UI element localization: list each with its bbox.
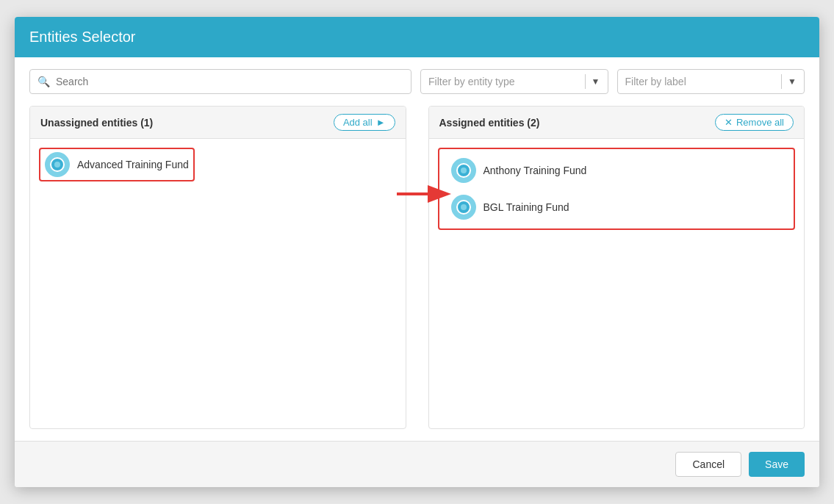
- entity-icon-inner: [456, 200, 471, 215]
- filter-entity-type-label: Filter by entity type: [428, 76, 515, 87]
- assigned-panel: Assigned entities (2) ✕ Remove all Ant: [428, 106, 805, 429]
- entity-icon: [451, 158, 476, 183]
- filter-label-dropdown[interactable]: Filter by label ▼: [617, 69, 805, 94]
- unassigned-entity-highlight: Advanced Training Fund: [39, 148, 195, 181]
- entity-name: BGL Training Fund: [483, 201, 569, 213]
- entity-icon-inner: [456, 163, 471, 178]
- filter-label-label: Filter by label: [625, 76, 686, 87]
- list-item[interactable]: BGL Training Fund: [444, 189, 790, 226]
- filter-divider2: [781, 74, 782, 89]
- search-icon: 🔍: [37, 76, 50, 87]
- search-box[interactable]: 🔍: [29, 69, 411, 94]
- assigned-entities-highlight: Anthony Training Fund BGL Training Fund: [438, 148, 796, 230]
- unassigned-panel-title: Unassigned entities (1): [40, 117, 153, 129]
- unassigned-panel: Unassigned entities (1) Add all ► Advanc…: [29, 106, 406, 429]
- search-input[interactable]: [56, 76, 403, 87]
- remove-icon: ✕: [725, 117, 733, 128]
- remove-all-button[interactable]: ✕ Remove all: [715, 114, 794, 131]
- assigned-panel-header: Assigned entities (2) ✕ Remove all: [429, 107, 805, 139]
- entities-selector-dialog: Entities Selector 🔍 Filter by entity typ…: [15, 17, 819, 487]
- filter-row: 🔍 Filter by entity type ▼ Filter by labe…: [29, 69, 805, 94]
- remove-all-label: Remove all: [736, 117, 784, 128]
- add-all-button[interactable]: Add all ►: [334, 114, 395, 131]
- chevron-down-icon2: ▼: [788, 76, 797, 87]
- dialog-header: Entities Selector: [15, 17, 819, 57]
- entity-name: Advanced Training Fund: [77, 159, 189, 170]
- assigned-panel-content: Anthony Training Fund BGL Training Fund: [429, 139, 805, 418]
- assigned-panel-title: Assigned entities (2): [439, 117, 540, 129]
- entity-icon: [45, 152, 70, 177]
- filter-entity-type-dropdown[interactable]: Filter by entity type ▼: [420, 69, 608, 94]
- list-item[interactable]: Anthony Training Fund: [444, 152, 790, 189]
- entity-name: Anthony Training Fund: [483, 165, 587, 176]
- filter-divider: [585, 74, 586, 89]
- cancel-button[interactable]: Cancel: [675, 452, 741, 477]
- unassigned-panel-header: Unassigned entities (1) Add all ►: [30, 107, 406, 139]
- add-all-arrow-icon: ►: [376, 117, 386, 128]
- entity-icon: [451, 195, 476, 220]
- entity-icon-inner: [50, 157, 65, 172]
- chevron-down-icon: ▼: [592, 76, 600, 87]
- dialog-title: Entities Selector: [29, 29, 136, 45]
- add-all-label: Add all: [343, 117, 373, 128]
- unassigned-panel-content: Advanced Training Fund: [30, 139, 406, 418]
- save-button[interactable]: Save: [749, 452, 805, 477]
- panels-row: Unassigned entities (1) Add all ► Advanc…: [29, 106, 805, 429]
- dialog-body: 🔍 Filter by entity type ▼ Filter by labe…: [15, 57, 819, 441]
- dialog-footer: Cancel Save: [15, 441, 819, 487]
